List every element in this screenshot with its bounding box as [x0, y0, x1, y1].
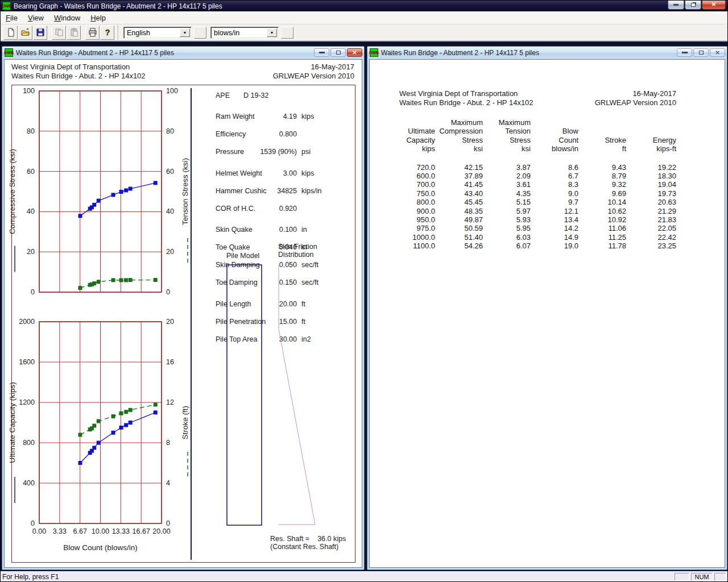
table-row: 750.043.404.359.09.6919.73 — [385, 189, 676, 198]
open-file-button[interactable] — [18, 26, 32, 40]
report-project: Waites Run Bridge - Abut. 2 - HP 14x102 — [11, 72, 146, 80]
skin-friction-label: Skin Friction Distribution — [278, 243, 317, 259]
menu-item-file[interactable]: File — [1, 11, 23, 24]
results-table: MaximumMaximumUltimateCompressionTension… — [385, 118, 676, 251]
document-icon: GWB — [370, 48, 378, 57]
paste-icon — [69, 28, 78, 37]
child-close-button[interactable]: ✕ — [710, 48, 725, 57]
mdi-workspace: GWB Waites Run Bridge - Abutment 2 - HP … — [1, 41, 727, 571]
bearing-graph-title: Waites Run Bridge - Abutment 2 - HP 14x1… — [16, 49, 174, 57]
language-combo-apply-button[interactable] — [194, 27, 206, 39]
info-row: Skin Quake0.100in — [216, 226, 355, 235]
svg-text:60: 60 — [166, 168, 174, 176]
combo-dropdown-icon[interactable]: ▼ — [180, 28, 190, 37]
new-file-icon — [6, 28, 15, 37]
table-row: 800.045.455.159.710.1420.63 — [385, 198, 676, 206]
info-row: Helmet Weight3.00kips — [216, 169, 355, 178]
svg-text:12: 12 — [166, 398, 174, 406]
close-button[interactable]: ✕ — [702, 1, 726, 10]
print-button[interactable] — [85, 26, 100, 40]
results-table-titlebar[interactable]: GWB Waites Run Bridge - Abutment 2 - HP … — [367, 47, 727, 59]
save-icon — [36, 28, 45, 37]
close-icon: ✕ — [352, 50, 357, 56]
numlock-indicator: NUM — [691, 573, 713, 581]
paste-button[interactable] — [67, 26, 81, 40]
copy-icon — [55, 28, 64, 37]
main-titlebar[interactable]: GWB Bearing Graph - Waites Run Bridge - … — [1, 1, 727, 11]
help-button[interactable]: ? — [100, 26, 114, 40]
report-date: 16-May-2017 — [385, 89, 676, 98]
status-resize-grip[interactable] — [714, 573, 726, 581]
help-icon: ? — [103, 28, 112, 37]
svg-text:80: 80 — [27, 127, 35, 135]
svg-text:80: 80 — [166, 127, 174, 135]
svg-text:0: 0 — [166, 519, 170, 527]
close-icon: ✕ — [715, 50, 719, 56]
unit-combo-apply-button[interactable] — [281, 27, 293, 39]
hammer-id: APED 19-32 — [216, 92, 355, 99]
combo-dropdown-icon[interactable]: ▼ — [267, 28, 277, 37]
svg-text:16.67: 16.67 — [133, 527, 150, 535]
toolbar-separator — [118, 25, 119, 40]
svg-text:1600: 1600 — [19, 358, 35, 366]
child-close-button[interactable]: ✕ — [347, 48, 362, 57]
app-icon: GWB — [2, 2, 11, 10]
svg-text:20.00: 20.00 — [152, 527, 170, 535]
svg-text:16: 16 — [166, 358, 174, 366]
minimize-button[interactable] — [668, 1, 684, 10]
print-icon — [88, 28, 97, 37]
svg-text:20: 20 — [166, 248, 174, 256]
restore-icon — [691, 3, 696, 7]
svg-text:8: 8 — [166, 439, 170, 447]
table-row: 975.050.595.9514.211.0622.05 — [385, 224, 676, 232]
child-minimize-button[interactable] — [314, 48, 329, 57]
svg-text:13.33: 13.33 — [112, 527, 130, 535]
language-combo[interactable]: English ▼ — [123, 27, 192, 39]
save-button[interactable] — [33, 26, 47, 40]
res-shaft-readout: Res. Shaft =36.0 kips (Constant Res. Sha… — [270, 535, 346, 551]
svg-text:Ultimate Capacity (kips): Ultimate Capacity (kips) — [8, 382, 16, 463]
svg-text:Tension Stress (ksi): Tension Stress (ksi) — [181, 158, 189, 225]
svg-text:100: 100 — [166, 87, 178, 95]
restore-icon — [336, 51, 341, 55]
child-minimize-button[interactable] — [677, 48, 692, 57]
info-row: Ram Weight4.19kips — [216, 113, 355, 122]
svg-text:800: 800 — [23, 439, 35, 447]
unit-combo-value: blows/in — [211, 27, 266, 38]
child-restore-button[interactable] — [330, 48, 346, 57]
svg-text:400: 400 — [23, 479, 35, 487]
restore-button[interactable] — [685, 1, 701, 10]
svg-text:3.33: 3.33 — [53, 527, 67, 535]
table-row: 720.042.153.878.69.4319.22 — [385, 163, 676, 172]
svg-text:Blow Count (blows/in): Blow Count (blows/in) — [63, 543, 138, 552]
svg-text:40: 40 — [27, 207, 35, 215]
open-folder-icon — [21, 28, 30, 37]
copy-button[interactable] — [52, 26, 66, 40]
report-version: GRLWEAP Version 2010 — [273, 72, 354, 80]
info-row: Efficiency0.800 — [216, 130, 355, 139]
report-version: GRLWEAP Version 2010 — [385, 98, 676, 107]
table-row: 700.041.453.618.39.3219.04 — [385, 180, 676, 189]
menu-item-view[interactable]: View — [23, 11, 49, 24]
info-row: Pressure1539 (90%)psi — [216, 148, 355, 157]
svg-text:Compressive Stress (ksi): Compressive Stress (ksi) — [8, 149, 16, 234]
status-bar: For Help, press F1 NUM — [1, 571, 727, 581]
svg-text:1200: 1200 — [19, 398, 35, 406]
bearing-graph-titlebar[interactable]: GWB Waites Run Bridge - Abutment 2 - HP … — [2, 47, 364, 59]
child-restore-button[interactable] — [693, 48, 709, 57]
menu-item-window[interactable]: Window — [49, 11, 85, 24]
status-message: For Help, press F1 — [2, 573, 59, 581]
table-header-row: UltimateCompressionTensionBlow — [385, 127, 676, 135]
svg-text:100: 100 — [23, 87, 35, 95]
hammer-info-panel: APED 19-32Ram Weight4.19kipsEfficiency0.… — [216, 92, 355, 214]
unit-combo[interactable]: blows/in ▼ — [210, 27, 279, 39]
info-row: Hammer Cushic34825kips/in — [216, 187, 355, 196]
table-row: 1000.051.406.0314.911.2522.42 — [385, 233, 676, 242]
svg-text:?: ? — [105, 28, 110, 37]
menu-item-help[interactable]: Help — [85, 11, 111, 24]
results-table-title: Waites Run Bridge - Abutment 2 - HP 14x1… — [381, 49, 539, 57]
table-row: 1100.054.266.0719.011.7823.25 — [385, 242, 676, 250]
capacity-vs-blowcount-chart: 04008001200160020000481216200.003.336.67… — [5, 294, 192, 559]
new-file-button[interactable] — [3, 26, 18, 40]
minimize-icon — [319, 52, 325, 53]
